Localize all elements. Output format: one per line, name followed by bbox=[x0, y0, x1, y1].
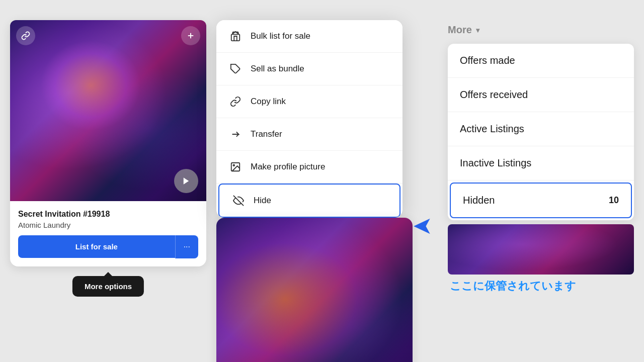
nft-card-1: Secret Invitation #19918 Atomic Laundry … bbox=[10, 20, 206, 266]
more-options-button[interactable]: ··· bbox=[175, 235, 198, 258]
image-icon bbox=[228, 160, 243, 174]
filter-active-listings[interactable]: Active Listings bbox=[448, 112, 634, 146]
copy-link-icon bbox=[228, 95, 243, 109]
bulk-list-label: Bulk list for sale bbox=[251, 31, 310, 41]
filter-offers-received[interactable]: Offers received bbox=[448, 78, 634, 112]
sell-bundle-label: Sell as bundle bbox=[251, 64, 304, 74]
right-panel: More ▾ Offers made Offers received Activ… bbox=[448, 20, 634, 294]
profile-picture-item[interactable]: Make profile picture bbox=[216, 151, 403, 184]
chevron-down-icon: ▾ bbox=[476, 26, 479, 34]
bulk-list-item[interactable]: Bulk list for sale bbox=[216, 20, 403, 53]
copy-link-item[interactable]: Copy link bbox=[216, 85, 403, 118]
list-for-sale-button[interactable]: List for sale bbox=[18, 235, 175, 258]
svg-point-6 bbox=[233, 164, 234, 166]
transfer-icon bbox=[228, 127, 243, 141]
context-menu: Bulk list for sale Sell as bundle bbox=[216, 20, 403, 218]
tag-icon bbox=[228, 62, 243, 76]
store-icon bbox=[228, 29, 243, 43]
more-filter-button[interactable]: More ▾ bbox=[448, 20, 634, 44]
nft-card-info: Secret Invitation #19918 Atomic Laundry … bbox=[10, 201, 206, 266]
hide-icon bbox=[231, 194, 246, 208]
add-icon[interactable] bbox=[181, 26, 200, 45]
japanese-caption: ここに保管されています bbox=[448, 279, 634, 294]
filter-offers-made[interactable]: Offers made bbox=[448, 44, 634, 78]
filter-inactive-listings[interactable]: Inactive Listings bbox=[448, 146, 634, 180]
sell-bundle-item[interactable]: Sell as bundle bbox=[216, 53, 403, 85]
nft-image-1 bbox=[10, 20, 206, 201]
link-icon[interactable] bbox=[16, 26, 35, 45]
filter-hidden[interactable]: Hidden 10 bbox=[450, 183, 632, 218]
hide-label: Hide bbox=[254, 196, 271, 206]
hide-item[interactable]: Hide bbox=[218, 184, 400, 218]
filter-menu: Offers made Offers received Active Listi… bbox=[448, 44, 634, 220]
play-button[interactable] bbox=[174, 169, 198, 193]
nft-title: Secret Invitation #19918 bbox=[18, 209, 198, 220]
transfer-label: Transfer bbox=[251, 129, 282, 139]
nft-card-actions: List for sale ··· bbox=[18, 235, 198, 258]
nft-subtitle: Atomic Laundry bbox=[18, 221, 198, 229]
hidden-count: 10 bbox=[609, 195, 619, 206]
nft-image-2 bbox=[216, 218, 413, 362]
copy-link-label: Copy link bbox=[251, 97, 286, 107]
transfer-item[interactable]: Transfer bbox=[216, 118, 403, 151]
nft-card-2: List for sale ··· bbox=[216, 218, 413, 362]
profile-picture-label: Make profile picture bbox=[251, 162, 325, 172]
more-options-tooltip: More options bbox=[72, 276, 144, 297]
svg-marker-2 bbox=[184, 177, 189, 185]
arrow-indicator: ➤ bbox=[413, 211, 433, 239]
